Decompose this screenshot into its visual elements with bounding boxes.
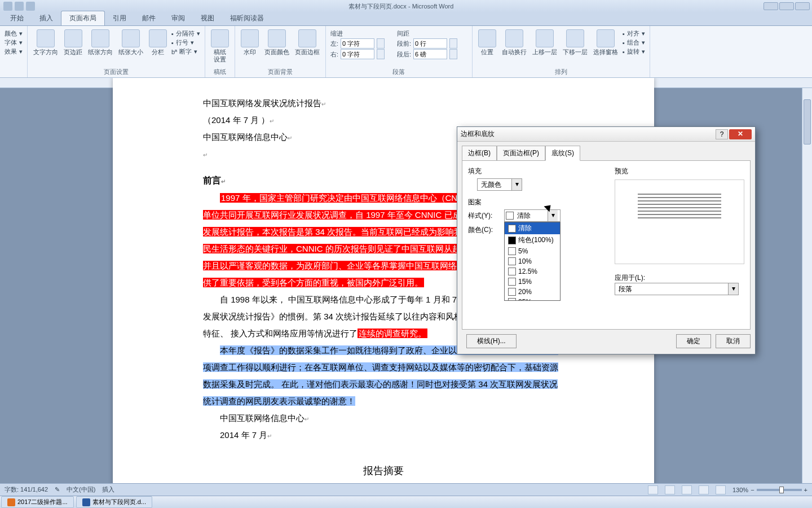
indent-left-input[interactable] [341, 38, 374, 49]
page-color-button[interactable]: 页面颜色 [262, 28, 292, 57]
send-backward-button[interactable]: 下移一层 [561, 28, 590, 57]
vertical-scrollbar[interactable] [802, 88, 812, 496]
word-count[interactable]: 字数: 141/1,642 [5, 485, 48, 494]
spinner[interactable] [377, 49, 385, 59]
taskbar-item[interactable]: 2017二级操作题... [1, 496, 74, 508]
tab-references[interactable]: 引用 [105, 11, 134, 25]
zoom-out-button[interactable]: − [751, 487, 754, 493]
dd-item-clear[interactable]: 清除 [505, 222, 560, 234]
indent-left-label: 左: [330, 40, 338, 48]
watermark-button[interactable]: 水印 [239, 28, 261, 57]
colors-label[interactable]: 颜色 [5, 29, 17, 38]
indent-right-label: 右: [330, 50, 338, 59]
tab-mailings[interactable]: 邮件 [134, 11, 164, 25]
spacing-before-input[interactable] [413, 38, 447, 49]
view-draft-button[interactable] [716, 485, 726, 494]
ok-button[interactable]: 确定 [676, 334, 711, 348]
group-manuscript: 稿纸 设置 稿纸 [205, 26, 235, 77]
dd-item-15[interactable]: 15% [505, 277, 560, 287]
insert-mode[interactable]: 插入 [102, 485, 114, 494]
window-controls [764, 2, 812, 10]
cancel-button[interactable]: 取消 [716, 334, 751, 348]
fonts-label[interactable]: 字体 [5, 38, 17, 47]
tab-page-layout[interactable]: 页面布局 [61, 11, 105, 25]
align-button[interactable]: ▪ 对齐▾ [623, 29, 645, 38]
indent-right-input[interactable] [341, 49, 374, 59]
dialog-titlebar[interactable]: 边框和底纹 ? ✕ [457, 127, 755, 142]
horizontal-line-button[interactable]: 横线(H)... [466, 334, 517, 348]
columns-button[interactable]: 分栏 [147, 28, 169, 57]
tab-page-border[interactable]: 页面边框(P) [497, 146, 545, 161]
rotate-button[interactable]: ▪ 旋转▾ [623, 47, 645, 56]
wrap-text-button[interactable]: 自动换行 [500, 28, 529, 57]
heading-preface: 前言 [203, 176, 221, 185]
swatch-icon [506, 212, 514, 220]
ribbon-tabs: 开始 插入 页面布局 引用 邮件 审阅 视图 福昕阅读器 [0, 12, 812, 26]
proofing-icon[interactable]: ✎ [55, 486, 60, 493]
spinner[interactable] [449, 49, 457, 59]
spacing-before-label: 段前: [397, 40, 411, 48]
doc-text: （2014 年 7 月 ） [203, 115, 270, 125]
maximize-button[interactable] [779, 2, 794, 10]
spinner[interactable] [449, 38, 457, 49]
dialog-help-button[interactable]: ? [716, 129, 728, 139]
dd-item-10[interactable]: 10% [505, 256, 560, 266]
chevron-down-icon[interactable]: ▾ [511, 179, 522, 190]
view-outline-button[interactable] [699, 485, 709, 494]
hyphenation-button[interactable]: bª断字▾ [171, 47, 200, 56]
chevron-down-icon[interactable]: ▾ [728, 283, 738, 295]
view-full-screen-button[interactable] [665, 485, 675, 494]
redo-icon[interactable] [26, 2, 35, 11]
dd-item-solid[interactable]: 纯色(100%) [505, 234, 560, 246]
line-numbers-button[interactable]: ▪ 行号▾ [171, 38, 200, 47]
tab-foxit[interactable]: 福昕阅读器 [222, 11, 272, 25]
tab-insert[interactable]: 插入 [32, 11, 61, 25]
view-print-layout-button[interactable] [648, 485, 658, 494]
zoom-in-button[interactable]: + [804, 487, 807, 493]
doc-text: 2014 年 7 月 [220, 430, 267, 440]
fill-color-combo[interactable]: 无颜色 ▾ [477, 178, 522, 191]
bring-forward-button[interactable]: 上移一层 [530, 28, 559, 57]
dialog-title: 边框和底纹 [461, 129, 716, 139]
taskbar-item[interactable]: 素材与下段同页.d... [76, 496, 152, 508]
manuscript-button[interactable]: 稿纸 设置 [209, 28, 231, 64]
chevron-down-icon[interactable]: ▾ [548, 210, 558, 221]
spacing-after-input[interactable] [413, 49, 447, 59]
zoom-level[interactable]: 130% [732, 487, 748, 493]
group-button[interactable]: ▪ 组合▾ [623, 38, 645, 47]
heading-summary: 报告摘要 [363, 465, 404, 476]
page-borders-button[interactable]: 页面边框 [293, 28, 322, 57]
tab-view[interactable]: 视图 [193, 11, 222, 25]
dd-item-20[interactable]: 20% [505, 287, 560, 297]
dialog-close-button[interactable]: ✕ [729, 129, 752, 139]
view-web-button[interactable] [682, 485, 692, 494]
tab-borders[interactable]: 边框(B) [462, 146, 497, 161]
style-combo[interactable]: 清除 ▾ [504, 209, 561, 222]
scrollbar-thumb[interactable] [804, 99, 811, 144]
tab-home[interactable]: 开始 [2, 11, 32, 25]
tab-review[interactable]: 审阅 [164, 11, 193, 25]
margins-button[interactable]: 页边距 [61, 28, 85, 57]
text-direction-button[interactable]: 文字方向 [31, 28, 60, 57]
spacing-header: 间距 [397, 29, 457, 38]
close-button[interactable] [795, 2, 810, 10]
dd-item-25[interactable]: 25% [505, 297, 560, 301]
spinner[interactable] [377, 38, 385, 49]
size-button[interactable]: 纸张大小 [116, 28, 145, 57]
effects-label[interactable]: 效果 [5, 47, 17, 56]
apply-to-combo[interactable]: 段落 ▾ [615, 283, 739, 295]
tab-shading[interactable]: 底纹(S) [545, 146, 580, 161]
dd-item-5[interactable]: 5% [505, 246, 560, 256]
save-icon[interactable] [3, 2, 12, 11]
borders-shading-dialog: 边框和底纹 ? ✕ 边框(B) 页面边框(P) 底纹(S) 填充 无颜色 ▾ 图… [457, 126, 756, 354]
zoom-slider[interactable] [757, 489, 802, 491]
undo-icon[interactable] [15, 2, 24, 11]
orientation-button[interactable]: 纸张方向 [86, 28, 115, 57]
breaks-button[interactable]: ▪ 分隔符▾ [171, 29, 200, 38]
selection-pane-button[interactable]: 选择窗格 [591, 28, 620, 57]
minimize-button[interactable] [764, 2, 778, 10]
ribbon: 颜色▾ 字体▾ 效果▾ 文字方向 页边距 纸张方向 纸张大小 分栏 ▪ 分隔符▾… [0, 26, 812, 78]
dd-item-12-5[interactable]: 12.5% [505, 266, 560, 277]
language[interactable]: 中文(中国) [67, 485, 95, 494]
position-button[interactable]: 位置 [476, 28, 498, 57]
